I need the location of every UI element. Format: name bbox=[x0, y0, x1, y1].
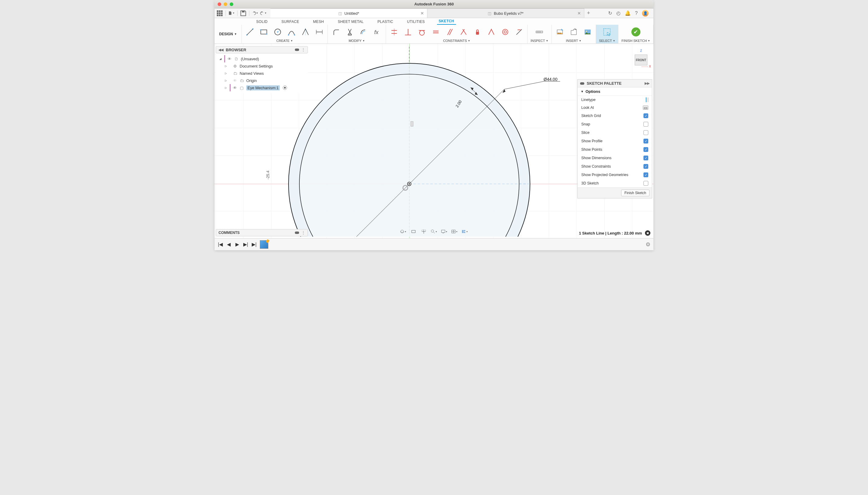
ribbon-tab-plastic[interactable]: PLASTIC bbox=[376, 19, 395, 25]
timeline-end[interactable]: ▶| bbox=[251, 242, 257, 247]
trim-tool[interactable] bbox=[345, 27, 355, 37]
new-tab-button[interactable]: + bbox=[584, 8, 593, 18]
timeline-settings[interactable]: ⚙ bbox=[645, 241, 650, 248]
insert-dxf[interactable] bbox=[569, 27, 579, 37]
file-menu[interactable]: ▼ bbox=[228, 10, 235, 17]
tree-item[interactable]: ▷ ⚙ Document Settings bbox=[221, 63, 308, 70]
insert-image[interactable] bbox=[583, 27, 593, 37]
pan-button[interactable] bbox=[421, 228, 427, 235]
tree-item[interactable]: ▷ 👁 🗀 Origin bbox=[221, 77, 308, 84]
viewcube-face[interactable]: FRONT bbox=[635, 54, 648, 65]
rectangle-tool[interactable] bbox=[259, 27, 269, 37]
close-tab-icon[interactable]: ✕ bbox=[577, 11, 581, 16]
ribbon-tab-sheetmetal[interactable]: SHEET METAL bbox=[336, 19, 365, 25]
finish-sketch-palette-button[interactable]: Finish Sketch bbox=[621, 190, 650, 196]
lookat-button[interactable] bbox=[410, 228, 417, 235]
viewcube[interactable]: Z FRONT X bbox=[632, 47, 650, 68]
comments-panel[interactable]: COMMENTS ⋮ bbox=[216, 229, 308, 236]
save-button[interactable] bbox=[240, 10, 247, 17]
vertical-constraint[interactable] bbox=[403, 27, 413, 37]
document-tab-inactive[interactable]: ◫ Bubo Eyelids v7* ✕ bbox=[427, 8, 584, 18]
undo-button[interactable]: ▼ bbox=[252, 10, 258, 17]
midpoint-constraint[interactable] bbox=[486, 27, 496, 37]
timeline-prev[interactable]: ◀ bbox=[226, 242, 231, 247]
dimension-tool[interactable] bbox=[314, 27, 325, 37]
pin-icon[interactable] bbox=[580, 82, 584, 85]
ribbon-tab-solid[interactable]: SOLID bbox=[255, 19, 269, 25]
timeline-next[interactable]: ▶| bbox=[243, 242, 248, 247]
dimension-diameter[interactable]: Ø44.00 bbox=[543, 77, 557, 82]
ribbon-tab-utilities[interactable]: UTILITIES bbox=[405, 19, 427, 25]
display-button[interactable]: ▼ bbox=[441, 228, 447, 235]
finish-sketch-button[interactable]: ✔ bbox=[630, 27, 642, 37]
notifications-icon[interactable]: 🔔 bbox=[625, 10, 631, 16]
grid-button[interactable]: ▼ bbox=[451, 228, 458, 235]
circle-tool[interactable] bbox=[273, 27, 283, 37]
fillet-tool[interactable] bbox=[331, 27, 341, 37]
checkbox[interactable]: ✓ bbox=[643, 156, 648, 160]
checkbox[interactable]: ✓ bbox=[643, 113, 648, 118]
checkbox[interactable]: ✓ bbox=[643, 139, 648, 143]
visibility-icon[interactable]: 👁 bbox=[232, 79, 237, 83]
pin-icon[interactable] bbox=[295, 232, 299, 234]
activate-radio[interactable] bbox=[283, 86, 287, 90]
mirror-tool[interactable] bbox=[300, 27, 311, 37]
checkbox[interactable] bbox=[643, 122, 648, 126]
timeline-play[interactable]: ▶ bbox=[234, 242, 240, 247]
help-icon[interactable]: ? bbox=[635, 11, 638, 16]
ribbon-tab-surface[interactable]: SURFACE bbox=[280, 19, 301, 25]
concentric-constraint[interactable] bbox=[500, 27, 510, 37]
window-zoom[interactable] bbox=[230, 2, 233, 6]
visibility-icon[interactable]: 👁 bbox=[227, 57, 232, 61]
ribbon-tab-mesh[interactable]: MESH bbox=[311, 19, 326, 25]
arc-tool[interactable] bbox=[286, 27, 297, 37]
insert-svg[interactable]: SVG bbox=[555, 27, 565, 37]
orbit-button[interactable]: ▼ bbox=[400, 228, 407, 235]
browser-header[interactable]: ◀◀ BROWSER ⋮ bbox=[216, 46, 308, 53]
redo-button[interactable]: ▼ bbox=[260, 10, 267, 17]
viewport-button[interactable]: ▼ bbox=[461, 228, 468, 235]
line-tool[interactable] bbox=[245, 27, 255, 37]
extensions-icon[interactable]: ↻ bbox=[608, 10, 612, 16]
document-tab-active[interactable]: ◫ Untitled* ✕ bbox=[271, 8, 427, 18]
perpendicular-constraint[interactable] bbox=[458, 27, 469, 37]
timeline-start[interactable]: |◀ bbox=[218, 242, 223, 247]
equal-constraint[interactable] bbox=[431, 27, 441, 37]
parallel-constraint[interactable] bbox=[445, 27, 455, 37]
grip-icon[interactable]: ⋮ bbox=[301, 48, 305, 52]
job-status-icon[interactable]: ◴ bbox=[616, 10, 621, 16]
offset-tool[interactable] bbox=[359, 27, 369, 37]
tangent-constraint[interactable] bbox=[417, 27, 427, 37]
close-tab-icon[interactable]: ✕ bbox=[421, 11, 424, 16]
tree-item[interactable]: ▷ 🗀 Named Views bbox=[221, 70, 308, 77]
tree-root[interactable]: ◢ 👁 🗋 (Unsaved) bbox=[216, 55, 308, 63]
checkbox[interactable]: ✓ bbox=[643, 164, 648, 169]
parameters-tool[interactable]: fx bbox=[373, 27, 383, 37]
stop-icon[interactable]: ✖ bbox=[645, 230, 650, 236]
linetype-solid[interactable] bbox=[646, 97, 646, 102]
measure-tool[interactable] bbox=[534, 27, 544, 37]
lookat-button[interactable]: ▭ bbox=[643, 105, 648, 110]
collapse-icon[interactable]: ◀◀ bbox=[218, 48, 223, 52]
linetype-construction[interactable] bbox=[648, 97, 648, 102]
visibility-icon[interactable]: 👁 bbox=[232, 86, 237, 90]
palette-header[interactable]: SKETCH PALETTE ▶▶ bbox=[578, 80, 652, 87]
expand-icon[interactable]: ▶▶ bbox=[645, 81, 650, 85]
workspace-selector[interactable]: DESIGN▼ bbox=[215, 25, 242, 44]
horizontal-constraint[interactable] bbox=[389, 27, 399, 37]
canvas[interactable]: Ø44.00 2.00 -25.4 ◀◀ BROWSER ⋮ ◢ 👁 🗋 (Un… bbox=[215, 44, 653, 238]
zoom-button[interactable]: ▼ bbox=[431, 228, 437, 235]
coincident-constraint[interactable] bbox=[514, 27, 524, 37]
tree-item-selected[interactable]: ▷ 👁 ▢ Eye Mechanism:1 bbox=[221, 84, 308, 91]
grip-icon[interactable]: ⋮ bbox=[301, 231, 305, 235]
checkbox[interactable]: ✓ bbox=[643, 147, 648, 152]
checkbox[interactable] bbox=[643, 181, 648, 186]
timeline-feature-sketch[interactable] bbox=[260, 240, 268, 249]
window-close[interactable] bbox=[218, 2, 221, 6]
fix-constraint[interactable] bbox=[472, 27, 482, 37]
data-panel-button[interactable] bbox=[216, 10, 223, 17]
palette-section[interactable]: ▼Options bbox=[578, 87, 652, 96]
pin-icon[interactable] bbox=[295, 49, 299, 51]
checkbox[interactable]: ✓ bbox=[643, 172, 648, 177]
user-avatar[interactable]: 👤 bbox=[642, 10, 649, 17]
